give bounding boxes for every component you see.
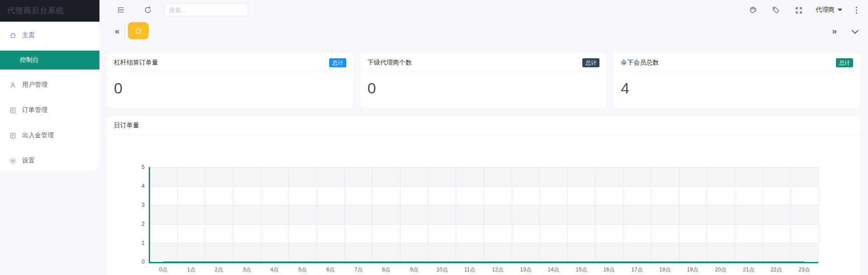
y-axis-label: 0 bbox=[131, 259, 145, 265]
x-axis-label: 17点 bbox=[623, 266, 651, 274]
sidebar-item-home[interactable]: 主页 bbox=[0, 25, 99, 45]
x-axis-label: 12点 bbox=[484, 266, 512, 274]
y-axis-label: 1 bbox=[131, 240, 145, 246]
user-icon bbox=[9, 81, 17, 89]
main-content: 杠杆结算订单量总计0下级代理商个数总计0伞下会员总数总计4 日订单量 01234… bbox=[99, 42, 868, 275]
collapse-sidebar-button[interactable] bbox=[115, 5, 126, 15]
x-axis-label: 5点 bbox=[288, 266, 316, 274]
x-axis-line bbox=[149, 262, 818, 263]
tab-strip bbox=[128, 22, 149, 39]
x-axis-label: 13点 bbox=[512, 266, 540, 274]
sidebar-item-label: 订单管理 bbox=[22, 106, 47, 114]
x-axis-label: 0点 bbox=[149, 266, 177, 274]
x-axis-label: 4点 bbox=[260, 266, 288, 274]
palette-icon bbox=[749, 6, 758, 14]
tab-home[interactable] bbox=[128, 22, 149, 39]
order-series-line bbox=[149, 167, 818, 262]
daily-orders-card: 日订单量 0123450点1点2点3点4点5点6点7点8点9点10点11点12点… bbox=[107, 117, 860, 275]
x-axis-label: 11点 bbox=[456, 266, 484, 274]
tabs-scroll-left-button[interactable] bbox=[113, 27, 122, 35]
sidebar-item-label: 设置 bbox=[22, 157, 35, 165]
home-icon bbox=[9, 32, 17, 39]
x-axis-label: 19点 bbox=[679, 266, 707, 274]
sidebar-item-label: 主页 bbox=[22, 31, 35, 39]
x-axis-label: 21点 bbox=[735, 266, 763, 274]
tab-bar-right bbox=[830, 26, 860, 36]
stat-card-value: 0 bbox=[360, 72, 607, 96]
x-axis-label: 9点 bbox=[400, 266, 428, 274]
stat-card-header: 下级代理商个数总计 bbox=[360, 53, 607, 72]
tab-bar bbox=[99, 20, 868, 42]
gridline-vertical bbox=[818, 167, 819, 262]
sidebar-item-label: 控制台 bbox=[20, 56, 39, 64]
stat-card-title: 杠杆结算订单量 bbox=[114, 59, 158, 67]
stat-card-value: 4 bbox=[613, 72, 860, 96]
x-axis-label: 2点 bbox=[205, 266, 233, 274]
x-axis-label: 3点 bbox=[233, 266, 261, 274]
sidebar-item-users[interactable]: 用户管理 bbox=[0, 75, 99, 95]
status-badge: 总计 bbox=[329, 58, 346, 67]
chevron-down-icon bbox=[838, 9, 842, 11]
y-axis-label: 3 bbox=[131, 202, 145, 208]
search-input[interactable] bbox=[164, 4, 248, 16]
sidebar-item-label: 出入金管理 bbox=[22, 131, 54, 140]
x-axis-label: 22点 bbox=[762, 266, 790, 274]
stat-card: 伞下会员总数总计4 bbox=[613, 53, 860, 108]
sidebar-item-orders[interactable]: 订单管理 bbox=[0, 100, 99, 120]
x-axis-label: 7点 bbox=[344, 266, 373, 274]
sidebar-item-console[interactable]: 控制台 bbox=[0, 51, 99, 70]
sidebar: 代理商后台系统 主页控制台用户管理订单管理出入金管理设置 bbox=[0, 0, 99, 275]
stat-card-value: 0 bbox=[107, 72, 354, 96]
stat-card-title: 伞下会员总数 bbox=[621, 59, 659, 67]
tabs-collapse-button[interactable] bbox=[850, 26, 860, 36]
x-axis-label: 14点 bbox=[539, 266, 567, 274]
gear-icon bbox=[9, 157, 17, 165]
funds-icon bbox=[9, 132, 17, 140]
user-name: 代理商 bbox=[816, 6, 835, 14]
daily-orders-chart: 0123450点1点2点3点4点5点6点7点8点9点10点11点12点13点14… bbox=[107, 135, 860, 275]
x-axis-label: 18点 bbox=[651, 266, 679, 274]
sidebar-menu: 主页控制台用户管理订单管理出入金管理设置 bbox=[0, 22, 99, 171]
x-axis-label: 8点 bbox=[372, 266, 400, 274]
y-axis-label: 2 bbox=[131, 221, 145, 227]
status-badge: 总计 bbox=[582, 58, 599, 67]
sidebar-item-settings[interactable]: 设置 bbox=[0, 151, 99, 171]
sidebar-item-label: 用户管理 bbox=[22, 81, 47, 89]
stat-card: 杠杆结算订单量总计0 bbox=[107, 53, 354, 108]
stat-card: 下级代理商个数总计0 bbox=[360, 53, 607, 108]
stat-card-header: 杠杆结算订单量总计 bbox=[107, 53, 354, 72]
fullscreen-button[interactable] bbox=[793, 5, 804, 15]
collapse-sidebar-icon bbox=[117, 6, 125, 14]
app-root: 代理商后台系统 主页控制台用户管理订单管理出入金管理设置 代理商 bbox=[0, 0, 868, 275]
tabs-scroll-right-button[interactable] bbox=[830, 27, 839, 35]
stat-card-header: 伞下会员总数总计 bbox=[613, 53, 860, 72]
refresh-icon bbox=[144, 6, 152, 14]
tag-icon bbox=[772, 6, 780, 14]
chart-title: 日订单量 bbox=[107, 117, 860, 135]
x-axis-label: 1点 bbox=[177, 266, 205, 274]
x-axis-label: 20点 bbox=[707, 266, 735, 274]
top-toolbar: 代理商 bbox=[99, 0, 868, 20]
x-axis-label: 6点 bbox=[316, 266, 344, 274]
stats-row: 杠杆结算订单量总计0下级代理商个数总计0伞下会员总数总计4 bbox=[107, 53, 860, 108]
status-badge: 总计 bbox=[836, 58, 853, 67]
app-title: 代理商后台系统 bbox=[0, 0, 99, 22]
sidebar-item-funds[interactable]: 出入金管理 bbox=[0, 126, 99, 145]
tag-button[interactable] bbox=[770, 5, 781, 15]
fullscreen-icon bbox=[795, 6, 802, 14]
x-axis-label: 23点 bbox=[790, 266, 818, 274]
home-icon bbox=[134, 27, 142, 35]
toolbar-right: 代理商 bbox=[748, 5, 859, 15]
stat-card-title: 下级代理商个数 bbox=[368, 59, 412, 67]
x-axis-label: 10点 bbox=[428, 266, 456, 274]
refresh-button[interactable] bbox=[142, 5, 153, 15]
x-axis-label: 15点 bbox=[567, 266, 595, 274]
y-axis-label: 5 bbox=[131, 164, 145, 170]
x-axis-label: 16点 bbox=[595, 266, 623, 274]
y-axis-label: 4 bbox=[131, 183, 145, 189]
tab-divider bbox=[124, 22, 125, 39]
theme-button[interactable] bbox=[748, 5, 759, 15]
order-icon bbox=[9, 107, 17, 114]
user-dropdown[interactable]: 代理商 bbox=[816, 6, 842, 14]
more-options-button[interactable] bbox=[854, 5, 859, 15]
